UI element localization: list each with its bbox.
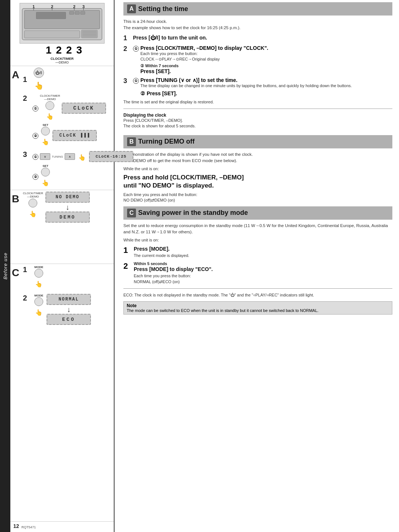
step3-sub2-row: ② SET 👆 xyxy=(33,164,133,188)
device-svg: 1 2 2 3 xyxy=(21,5,103,42)
clock-timer-btn: CLOCK/TIMER—DEMO 👆 xyxy=(40,94,60,122)
set-result: The time is set and the original display… xyxy=(123,99,392,105)
eco-note: ECO: The clock is not displayed in the s… xyxy=(123,292,392,298)
c-lcd-area: NORMAL ↓ ECO xyxy=(47,294,91,325)
svg-rect-6 xyxy=(24,31,80,38)
section-b-letter: B xyxy=(10,190,21,264)
within-7-label: ② Within 7 seconds xyxy=(140,64,392,68)
note-text: The mode can be switched to ECO when the… xyxy=(127,308,389,313)
while-on-c: While the unit is on: xyxy=(123,237,392,243)
section-b-desc1: A demonstration of the display is shown … xyxy=(123,151,392,164)
c-step1-num: 1 xyxy=(23,265,31,274)
lcd-eco: ECO xyxy=(47,314,91,325)
b-clock-timer-label: CLOCK/TIMER—DEMO xyxy=(23,192,43,198)
svg-text:2: 2 xyxy=(73,5,75,9)
right-c-step1: 1 Press [MODE]. The current mode is disp… xyxy=(123,246,392,259)
c-hand-icon-2: 👆 xyxy=(33,307,44,318)
right-panel: A Setting the time This is a 24-hour clo… xyxy=(115,0,399,532)
left-a-step3: 3 ① ∨ TUNING ∧ 👆 CLoCK→16:25 xyxy=(23,150,133,188)
intro-line2: The example shows how to set the clock f… xyxy=(123,25,241,30)
h-rule-1 xyxy=(123,109,392,109)
device-area: 1 2 2 3 1 2 2 3 CLOCK/TIMER—DEMO xyxy=(10,0,114,66)
left-a-step1: 1 ⏻/I 👆 xyxy=(23,68,133,91)
mode-btn-1-label: MODE xyxy=(34,265,43,269)
step3-sub1-row: ① ∨ TUNING ∧ 👆 CLoCK→16:25 xyxy=(33,150,133,163)
h-rule-2 xyxy=(123,288,392,289)
section-c-area: C Saving power in the standby mode Set t… xyxy=(123,206,392,315)
clock-timer-label: CLOCK/TIMER—DEMO xyxy=(51,57,74,64)
footer: 12 RQT5471 xyxy=(10,522,114,532)
lcd-normal: NORMAL xyxy=(47,294,91,305)
device-image: 1 2 2 3 xyxy=(20,3,105,44)
power-btn-area: ⏻/I 👆 xyxy=(33,68,44,91)
while-on-b: While the unit is on: xyxy=(123,166,392,172)
sub-num-2: ② xyxy=(33,133,38,139)
mode-btn-2-label: MODE xyxy=(34,294,43,297)
tuning-down-btn: ∨ xyxy=(40,153,50,160)
left-a-step2: 2 ① CLOCK/TIMER—DEMO 👆 CLoCK xyxy=(23,94,133,149)
right-step3-sub2: ② Press [SET]. xyxy=(140,90,392,96)
right-step2-sub1-desc: Each time you press the button:CLOCK→⊙PL… xyxy=(140,51,392,62)
intro-line1: This is a 24-hour clock. xyxy=(123,19,167,24)
step-2-num: 2 xyxy=(23,94,31,103)
right-a-step2: 2 ① Press [CLOCK/TIMER, –DEMO] to displa… xyxy=(123,45,392,75)
power-button-icon: ⏻/I xyxy=(34,68,44,78)
tuning-up-btn: ∧ xyxy=(65,153,75,160)
right-c-step2-content: Within 5 seconds Press [MODE] to display… xyxy=(134,261,392,285)
right-step3-sub1: ① Press [TUNING (∨ or ∧)] to set the tim… xyxy=(133,77,392,89)
mode-btn-1-icon xyxy=(34,269,43,278)
right-step3-sub2-title: ② Press [SET]. xyxy=(140,90,392,96)
step3-row: 3 ① ∨ TUNING ∧ 👆 CLoCK→16:25 xyxy=(23,150,133,188)
step2-sub2-row: ② SET 👆 CLoCK ▐▐▐ xyxy=(33,123,97,147)
hand-icon-3b: 👆 xyxy=(40,177,51,188)
sub3-num-2: ② xyxy=(33,174,38,180)
left-panel: Before use xyxy=(0,0,115,532)
lcd-clock: CLoCK xyxy=(62,103,106,114)
clock-timer-btn-label: CLOCK/TIMER—DEMO xyxy=(40,94,60,101)
svg-text:2: 2 xyxy=(51,5,53,9)
step2-sub1-row: ① CLOCK/TIMER—DEMO 👆 CLoCK xyxy=(33,94,106,122)
arrow-down-b: ↓ xyxy=(66,203,69,211)
step2-sub1: ① CLOCK/TIMER—DEMO 👆 CLoCK ② xyxy=(33,94,106,147)
b-big-step-title: Press and hold [CLOCK/TIMER, –DEMO]until… xyxy=(123,174,392,190)
mode-btn-2: MODE 👆 xyxy=(33,294,44,318)
set-btn-3-icon xyxy=(41,168,50,176)
section-a-intro: This is a 24-hour clock. The example sho… xyxy=(123,18,392,31)
right-step2-sub1-content: Press [CLOCK/TIMER, –DEMO] to display "C… xyxy=(140,45,392,62)
svg-rect-5 xyxy=(81,11,85,14)
svg-rect-4 xyxy=(75,11,79,14)
sub-num-1: ① xyxy=(33,106,38,111)
hand-icon-3a: 👆 xyxy=(76,152,88,163)
b-hand-icon: 👆 xyxy=(27,208,38,219)
mode-btn-1: MODE 👆 xyxy=(33,265,44,289)
displaying-clock-note: Displaying the clock Press [CLOCK/TIMER,… xyxy=(123,113,392,129)
mode-btn-2-icon xyxy=(34,297,43,306)
right-step2-sub1-title: Press [CLOCK/TIMER, –DEMO] to display "C… xyxy=(140,45,392,51)
right-c-step1-content: Press [MODE]. The current mode is displa… xyxy=(134,246,392,259)
svg-rect-2 xyxy=(36,12,66,19)
c-step2-row: 2 MODE 👆 NORMAL ↓ ECO xyxy=(23,294,112,325)
svg-text:1: 1 xyxy=(33,5,35,9)
section-b-area: B Turning DEMO off A demonstration of th… xyxy=(123,135,392,203)
hand-icon-2a: 👆 xyxy=(44,111,55,122)
clock-timer-btn-icon xyxy=(45,101,54,110)
left-section-a: A 1 ⏻/I 👆 2 ① xyxy=(10,66,114,190)
section-a-header: A Setting the time xyxy=(123,2,392,16)
device-num-2a: 2 xyxy=(56,44,62,56)
left-section-c: C 1 MODE 👆 2 MODE xyxy=(10,264,114,522)
set-btn-2: SET 👆 xyxy=(40,123,51,147)
set-btn-3: SET 👆 xyxy=(40,164,51,188)
c-step2-content: MODE 👆 NORMAL ↓ ECO xyxy=(33,294,91,325)
tuning-label: TUNING xyxy=(52,155,63,158)
svg-text:3: 3 xyxy=(82,5,85,9)
section-c-content: 1 MODE 👆 2 MODE 👆 xyxy=(21,264,114,521)
section-c-desc1: Set the unit to reduce energy consumptio… xyxy=(123,223,392,236)
page-number: 12 xyxy=(13,523,19,529)
set-btn-icon xyxy=(41,127,50,135)
display-note-text: Press [CLOCK/TIMER, –DEMO].The clock is … xyxy=(123,118,392,129)
section-c-letter: C xyxy=(10,264,21,521)
right-a-step3: 3 ① Press [TUNING (∨ or ∧)] to set the t… xyxy=(123,77,392,96)
step3-subs: ① ∨ TUNING ∧ 👆 CLoCK→16:25 ② xyxy=(33,150,133,188)
right-step2-sub2-title: Press [SET]. xyxy=(140,68,392,74)
side-label: Before use xyxy=(0,0,10,532)
